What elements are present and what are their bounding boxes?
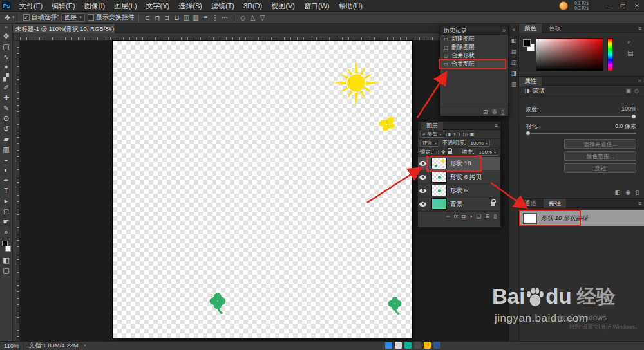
new-snapshot-icon[interactable]: ✇ bbox=[492, 109, 497, 115]
taskbar-icon[interactable] bbox=[395, 342, 402, 349]
eye-icon[interactable] bbox=[419, 189, 426, 193]
tab-paths[interactable]: 路径 bbox=[544, 199, 566, 208]
3d-mode-icon-2[interactable]: △ bbox=[248, 14, 258, 21]
panel-icon-1[interactable]: ◧ bbox=[511, 37, 517, 44]
layer-row-shape-6[interactable]: 形状 6 bbox=[418, 184, 500, 198]
pixel-mask-icon[interactable]: ▣ bbox=[626, 88, 632, 94]
canvas[interactable] bbox=[113, 41, 412, 338]
menu-select[interactable]: 选择(S) bbox=[174, 0, 207, 12]
panel-menu-icon[interactable]: ≡ bbox=[638, 199, 641, 208]
path-item-row[interactable]: 形状 10 形状路径 bbox=[519, 210, 644, 226]
filter-pixel-icon[interactable]: ◨ bbox=[446, 131, 451, 137]
layer-style-icon[interactable]: fx bbox=[454, 213, 459, 219]
layer-row-shape-10[interactable]: 形状 10 bbox=[418, 157, 500, 170]
expand-panels-icon[interactable]: « bbox=[512, 26, 515, 33]
align-top-icon[interactable]: ⊔ bbox=[172, 14, 182, 21]
filter-type-icon[interactable]: T bbox=[458, 131, 461, 137]
tab-channels[interactable]: 通道 bbox=[519, 199, 542, 208]
link-layers-icon[interactable]: ∞ bbox=[446, 213, 450, 219]
filter-shape-icon[interactable]: ◫ bbox=[463, 131, 468, 137]
panel-icon-4[interactable]: ◨ bbox=[511, 70, 517, 77]
layer-thumbnail[interactable] bbox=[431, 158, 447, 169]
layer-thumbnail[interactable] bbox=[431, 198, 447, 210]
auto-select-dropdown[interactable]: 图层 ▾ bbox=[61, 13, 85, 22]
panel-icon-2[interactable]: ▤ bbox=[511, 48, 517, 55]
taskbar-icon[interactable] bbox=[404, 342, 412, 349]
menu-file[interactable]: 文件(F) bbox=[15, 0, 47, 12]
dodge-tool[interactable]: ◐ bbox=[0, 165, 13, 175]
density-slider-knob[interactable] bbox=[631, 114, 636, 119]
foreground-color-swatch[interactable] bbox=[2, 241, 8, 246]
fill-dropdown[interactable]: 100% ▾ bbox=[477, 149, 498, 156]
3d-mode-icon-3[interactable]: ▽ bbox=[258, 14, 267, 21]
photoshop-logo-icon[interactable]: Ps bbox=[2, 1, 11, 10]
crop-tool[interactable]: ▞ bbox=[0, 72, 13, 82]
align-center-h-icon[interactable]: ⊓ bbox=[153, 14, 162, 21]
menu-help[interactable]: 帮助(H) bbox=[334, 0, 367, 12]
layers-menu-icon[interactable]: ≡ bbox=[495, 122, 498, 130]
layer-thumbnail[interactable] bbox=[431, 185, 447, 196]
visibility-cell[interactable] bbox=[418, 170, 428, 184]
eye-icon[interactable] bbox=[419, 202, 426, 207]
history-entry[interactable]: ◻ 新建图层 bbox=[440, 35, 508, 43]
blur-tool[interactable]: ◒ bbox=[0, 154, 13, 165]
color-range-button[interactable]: 颜色范围... bbox=[564, 151, 636, 161]
taskbar-icon[interactable] bbox=[433, 342, 440, 349]
history-brush-tool[interactable]: ↺ bbox=[0, 124, 13, 134]
menu-3d[interactable]: 3D(D) bbox=[239, 0, 267, 12]
screen-mode-button[interactable]: ▢ bbox=[0, 265, 13, 275]
menu-filter[interactable]: 滤镜(T) bbox=[207, 0, 239, 12]
feather-slider[interactable] bbox=[526, 133, 636, 134]
maximize-button[interactable]: ▢ bbox=[616, 0, 630, 12]
panel-icon-5[interactable]: ▥ bbox=[511, 81, 517, 88]
path-select-tool[interactable]: ▸ bbox=[0, 196, 13, 206]
panel-menu-icon[interactable]: ≡ bbox=[638, 77, 641, 86]
visibility-cell[interactable] bbox=[418, 184, 428, 198]
shape-tool[interactable]: ◻ bbox=[0, 206, 13, 216]
opacity-dropdown[interactable]: 100% ▾ bbox=[468, 140, 489, 147]
load-selection-icon[interactable]: ◧ bbox=[615, 189, 621, 196]
tool-preset-chevron-icon[interactable]: ▾ bbox=[12, 15, 15, 20]
swatch-grid-icon[interactable]: ▤ bbox=[627, 50, 633, 57]
status-flyout-icon[interactable]: ‣ bbox=[84, 343, 87, 349]
blend-mode-dropdown[interactable]: 正常 ▾ bbox=[420, 140, 439, 147]
history-collapse-icon[interactable]: » bbox=[502, 26, 506, 35]
filter-type-dropdown[interactable]: ⌕ 类型 ▾ bbox=[420, 131, 444, 138]
filter-adjustment-icon[interactable]: ◑ bbox=[453, 131, 456, 137]
align-left-icon[interactable]: ⊏ bbox=[143, 14, 153, 21]
add-mask-icon[interactable]: ◘ bbox=[462, 213, 465, 219]
background-color-swatch[interactable] bbox=[5, 246, 11, 252]
lock-all-icon[interactable] bbox=[448, 151, 452, 154]
menu-layer[interactable]: 图层(L) bbox=[109, 0, 141, 12]
delete-mask-icon[interactable]: ▯ bbox=[636, 189, 639, 196]
marquee-tool[interactable]: ▢ bbox=[0, 41, 13, 51]
delete-layer-icon[interactable]: ▯ bbox=[493, 213, 497, 219]
zoom-tool[interactable]: ⌕ bbox=[0, 226, 13, 237]
layer-name[interactable]: 形状 6 bbox=[450, 187, 468, 195]
hue-slider[interactable] bbox=[607, 38, 613, 71]
feather-slider-knob[interactable] bbox=[526, 131, 531, 136]
density-value[interactable]: 100% bbox=[621, 106, 636, 112]
move-tool[interactable]: ✥ bbox=[0, 31, 13, 41]
vector-mask-icon[interactable]: ◇ bbox=[634, 88, 639, 94]
eye-icon[interactable] bbox=[419, 175, 426, 180]
new-layer-icon[interactable]: ⊞ bbox=[485, 213, 489, 219]
menu-edit[interactable]: 编辑(E) bbox=[47, 0, 80, 12]
color-panel-fg-swatch[interactable] bbox=[523, 39, 531, 47]
panel-menu-icon[interactable]: ≡ bbox=[638, 24, 641, 33]
menu-view[interactable]: 视图(V) bbox=[267, 0, 299, 12]
type-tool[interactable]: T bbox=[0, 185, 13, 196]
layer-row-background[interactable]: 背景 bbox=[418, 198, 500, 211]
density-slider[interactable] bbox=[526, 116, 636, 117]
history-entry[interactable]: ◻ 合并形状 bbox=[440, 51, 508, 60]
taskbar-icon[interactable] bbox=[424, 342, 431, 349]
pen-tool[interactable]: ✒ bbox=[0, 175, 13, 185]
zoom-level[interactable]: 110% bbox=[0, 342, 24, 349]
layer-thumbnail[interactable] bbox=[431, 171, 447, 183]
panel-icon-3[interactable]: ◫ bbox=[511, 59, 517, 66]
layer-name[interactable]: 形状 6 拷贝 bbox=[450, 173, 482, 181]
filter-smart-icon[interactable]: ▣ bbox=[469, 131, 475, 137]
eyedropper-tool[interactable]: ✐ bbox=[0, 82, 13, 93]
gradient-tool[interactable]: ▥ bbox=[0, 144, 13, 154]
auto-select-checkbox[interactable]: ✓ bbox=[23, 14, 30, 21]
